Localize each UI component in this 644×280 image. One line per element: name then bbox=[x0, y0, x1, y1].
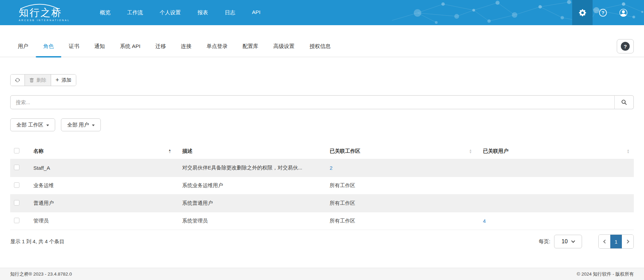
row-checkbox[interactable] bbox=[14, 200, 19, 205]
chevron-down-icon bbox=[46, 125, 49, 126]
page-group: 1 bbox=[598, 234, 634, 249]
search-bar bbox=[10, 95, 634, 109]
pager-controls: 每页: 10 1 bbox=[539, 234, 634, 249]
table-header-row: 名称 ▲ ▼ 描述 已关联工作区 ▲ ▼ 已关联用户 ▲ bbox=[10, 144, 634, 159]
main-nav: 概览 工作流 个人设置 报表 日志 API bbox=[100, 9, 260, 16]
results-summary: 显示 1 到 4, 共 4 个条目 bbox=[10, 238, 64, 245]
nav-item-reports[interactable]: 报表 bbox=[198, 9, 208, 16]
chevron-right-icon bbox=[625, 240, 629, 243]
per-page-label: 每页: bbox=[539, 238, 550, 245]
next-page-button[interactable] bbox=[622, 235, 633, 248]
tab-certificates[interactable]: 证书 bbox=[61, 43, 87, 57]
role-name: Staff_A bbox=[27, 165, 175, 171]
roles-table: 名称 ▲ ▼ 描述 已关联工作区 ▲ ▼ 已关联用户 ▲ bbox=[10, 144, 634, 230]
role-description: 系统业务运维用户 bbox=[175, 182, 323, 189]
role-workspaces: 所有工作区 bbox=[323, 200, 476, 207]
user-filter-label: 全部 用户 bbox=[67, 122, 89, 128]
row-checkbox[interactable] bbox=[14, 182, 19, 188]
table-toolbar: 删除 + 添加 bbox=[10, 74, 76, 86]
chevron-down-icon bbox=[92, 125, 95, 126]
select-all-checkbox[interactable] bbox=[14, 148, 19, 153]
table-row: 业务运维 系统业务运维用户 所有工作区 bbox=[10, 177, 634, 195]
refresh-icon bbox=[15, 78, 20, 83]
table-row: Staff_A 对交易伙伴E具备除更改删除之外的权限，对交易伙... 2 bbox=[10, 159, 634, 177]
user-filter-dropdown[interactable]: 全部 用户 bbox=[61, 118, 101, 131]
tab-notifications[interactable]: 通知 bbox=[87, 43, 112, 57]
tab-system-api[interactable]: 系统 API bbox=[112, 43, 148, 57]
role-name: 普通用户 bbox=[27, 200, 175, 207]
role-description: 系统管理员 bbox=[175, 218, 323, 224]
role-workspaces: 所有工作区 bbox=[323, 218, 476, 224]
help-button[interactable]: ? bbox=[593, 0, 613, 25]
logo-subtitle: ARCESB INTERNATIONAL bbox=[19, 19, 70, 21]
question-circle-icon: ? bbox=[621, 42, 630, 51]
role-name: 业务运维 bbox=[27, 182, 175, 189]
role-description: 系统普通用户 bbox=[175, 200, 323, 207]
workspaces-count-link[interactable]: 2 bbox=[330, 165, 332, 171]
sort-arrows-icon: ▲ ▼ bbox=[469, 149, 472, 154]
table-row: 管理员 系统管理员 所有工作区 4 bbox=[10, 212, 634, 230]
search-button[interactable] bbox=[614, 95, 634, 109]
sort-desc-icon: ▼ bbox=[168, 151, 171, 154]
app-header: 知行之桥 ARCESB INTERNATIONAL 概览 工作流 个人设置 报表… bbox=[0, 0, 644, 25]
gear-icon bbox=[579, 9, 586, 16]
search-input[interactable] bbox=[10, 95, 615, 109]
question-circle-icon: ? bbox=[599, 9, 607, 17]
nav-item-api[interactable]: API bbox=[252, 9, 261, 16]
column-header-users[interactable]: 已关联用户 ▲ ▼ bbox=[476, 148, 634, 154]
chevron-left-icon bbox=[603, 240, 607, 243]
settings-tabbar: 用户 角色 证书 通知 系统 API 迁移 连接 单点登录 配置库 高级设置 授… bbox=[0, 25, 644, 57]
sort-arrows-icon: ▲ ▼ bbox=[168, 149, 171, 154]
column-header-description[interactable]: 描述 bbox=[175, 148, 323, 154]
page-help-button[interactable]: ? bbox=[617, 39, 634, 53]
filter-bar: 全部 工作区 全部 用户 bbox=[10, 118, 634, 131]
pagination-bar: 显示 1 到 4, 共 4 个条目 每页: 10 1 bbox=[10, 234, 634, 249]
header-actions: ? bbox=[572, 0, 644, 25]
tab-advanced-settings[interactable]: 高级设置 bbox=[266, 43, 302, 57]
roles-page: 删除 + 添加 全部 工作区 全部 用户 bbox=[0, 57, 644, 268]
role-workspaces: 所有工作区 bbox=[323, 182, 476, 189]
delete-button-label: 删除 bbox=[36, 77, 46, 83]
per-page-select[interactable]: 10 bbox=[554, 235, 582, 248]
role-name: 管理员 bbox=[27, 218, 175, 224]
footer-version: 知行之桥® 2023 - 23.4.8782.0 bbox=[10, 271, 72, 277]
tab-roles[interactable]: 角色 bbox=[36, 43, 61, 57]
footer-copyright: © 2024 知行软件 - 版权所有 bbox=[577, 271, 634, 277]
tab-license-info[interactable]: 授权信息 bbox=[302, 43, 338, 57]
refresh-button[interactable] bbox=[11, 75, 25, 86]
users-count-link[interactable]: 4 bbox=[483, 218, 486, 224]
tab-connections[interactable]: 连接 bbox=[173, 43, 199, 57]
per-page-value: 10 bbox=[562, 238, 568, 245]
role-description: 对交易伙伴E具备除更改删除之外的权限，对交易伙... bbox=[175, 165, 323, 171]
delete-button[interactable]: 删除 bbox=[25, 75, 51, 86]
tab-sso[interactable]: 单点登录 bbox=[199, 43, 235, 57]
app-logo[interactable]: 知行之桥 ARCESB INTERNATIONAL bbox=[19, 4, 70, 22]
tab-config-repo[interactable]: 配置库 bbox=[235, 43, 266, 57]
magnifier-icon bbox=[621, 99, 627, 105]
row-checkbox[interactable] bbox=[14, 218, 19, 223]
trash-icon bbox=[29, 78, 34, 83]
app-footer: 知行之桥® 2023 - 23.4.8782.0 © 2024 知行软件 - 版… bbox=[0, 268, 644, 280]
row-checkbox[interactable] bbox=[14, 165, 19, 170]
column-header-name[interactable]: 名称 ▲ ▼ bbox=[27, 148, 175, 154]
nav-item-workflow[interactable]: 工作流 bbox=[127, 9, 143, 16]
nav-item-personal-settings[interactable]: 个人设置 bbox=[160, 9, 181, 16]
chevron-down-icon bbox=[571, 239, 575, 243]
sort-arrows-icon: ▲ ▼ bbox=[627, 149, 630, 154]
logo-title: 知行之桥 bbox=[19, 7, 70, 18]
settings-button[interactable] bbox=[572, 0, 593, 25]
column-header-workspaces[interactable]: 已关联工作区 ▲ ▼ bbox=[323, 148, 476, 154]
prev-page-button[interactable] bbox=[599, 235, 610, 248]
account-button[interactable] bbox=[613, 0, 633, 25]
nav-item-overview[interactable]: 概览 bbox=[100, 9, 110, 16]
svg-text:?: ? bbox=[601, 10, 604, 15]
tab-migration[interactable]: 迁移 bbox=[148, 43, 173, 57]
table-row: 普通用户 系统普通用户 所有工作区 bbox=[10, 195, 634, 212]
add-button[interactable]: + 添加 bbox=[51, 75, 76, 86]
page-1-button[interactable]: 1 bbox=[610, 235, 622, 248]
add-button-label: 添加 bbox=[62, 77, 72, 83]
person-circle-icon bbox=[619, 9, 627, 17]
nav-item-logs[interactable]: 日志 bbox=[225, 9, 235, 16]
workspace-filter-dropdown[interactable]: 全部 工作区 bbox=[10, 118, 55, 131]
tab-users[interactable]: 用户 bbox=[10, 43, 36, 57]
